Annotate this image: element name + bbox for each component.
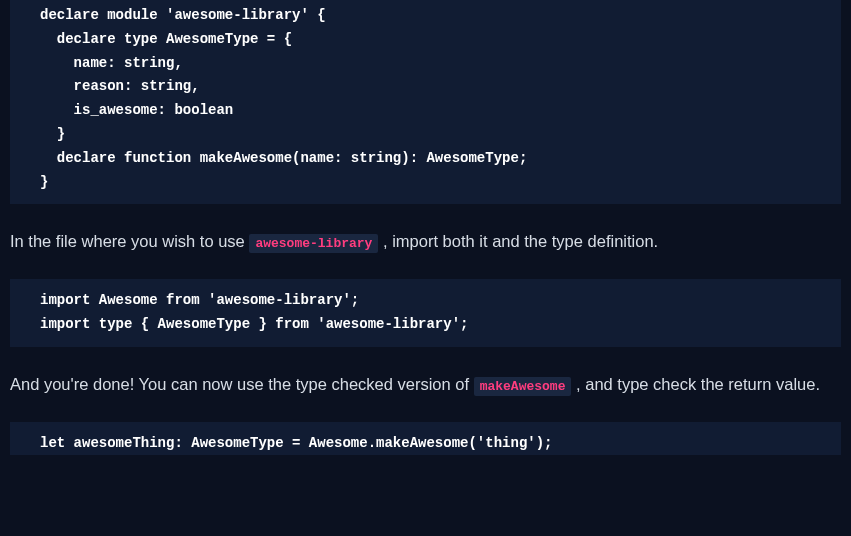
- code-block-import: import Awesome from 'awesome-library'; i…: [10, 279, 841, 347]
- paragraph-import-instruction: In the file where you wish to use awesom…: [10, 228, 841, 255]
- paragraph-done: And you're done! You can now use the typ…: [10, 371, 841, 398]
- code-block-module-declaration: declare module 'awesome-library' { decla…: [10, 0, 841, 204]
- inline-code-awesome-library: awesome-library: [249, 234, 378, 253]
- code-block-usage: let awesomeThing: AwesomeType = Awesome.…: [10, 422, 841, 456]
- text-segment: , and type check the return value.: [576, 375, 820, 393]
- text-segment: In the file where you wish to use: [10, 232, 249, 250]
- text-segment: , import both it and the type definition…: [383, 232, 658, 250]
- text-segment: And you're done! You can now use the typ…: [10, 375, 474, 393]
- inline-code-makeawesome: makeAwesome: [474, 377, 572, 396]
